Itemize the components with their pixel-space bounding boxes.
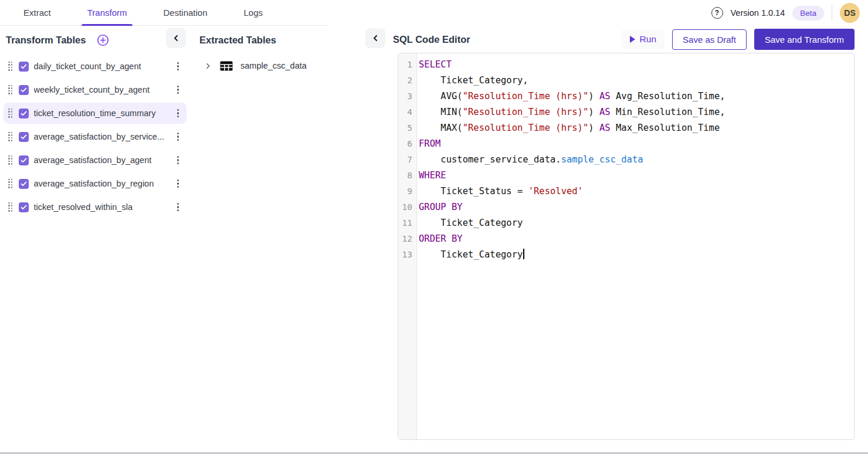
line-number: 2 [398, 73, 416, 89]
line-number: 7 [398, 152, 416, 168]
chevron-left-icon [171, 33, 181, 43]
save-as-draft-button[interactable]: Save as Draft [672, 29, 747, 50]
collapse-extracted-panel-button[interactable] [365, 28, 385, 48]
extracted-tables-panel: Extracted Tables sample_csc_data [194, 26, 388, 454]
code-line: Ticket_Category [419, 247, 854, 263]
tab-bar: ExtractTransformDestinationLogs [0, 0, 328, 26]
chevron-right-icon[interactable] [204, 62, 212, 70]
table-checkbox[interactable] [19, 179, 29, 189]
tab-transform[interactable]: Transform [87, 0, 127, 26]
line-number: 6 [398, 136, 416, 152]
drag-handle-icon[interactable] [8, 179, 13, 189]
transform-tables-header: Transform Tables [0, 28, 189, 52]
code-line: FROM [419, 136, 854, 152]
table-grid-icon [220, 61, 233, 71]
transform-tables-title: Transform Tables [6, 35, 86, 46]
app-window: ExtractTransformDestinationLogs ? Versio… [0, 0, 868, 454]
transform-table-row[interactable]: ticket_resolution_time_summary [4, 103, 187, 124]
extracted-table-row[interactable]: sample_csc_data [194, 55, 388, 76]
top-right-cluster: ? Version 1.0.14 Beta DS [711, 0, 860, 26]
transform-table-row[interactable]: average_satisfaction_by_region [4, 173, 187, 194]
table-name-label: average_satisfaction_by_region [34, 179, 174, 188]
extracted-table-name: sample_csc_data [240, 61, 307, 70]
line-number: 1 [398, 57, 416, 73]
line-number-gutter: 12345678910111213 [398, 53, 417, 439]
drag-handle-icon[interactable] [8, 202, 13, 212]
kebab-menu-icon[interactable] [174, 83, 182, 96]
chevron-left-icon [371, 33, 380, 43]
tab-destination[interactable]: Destination [163, 0, 207, 26]
sql-editor-title: SQL Code Editor [393, 34, 470, 45]
kebab-menu-icon[interactable] [174, 154, 182, 167]
line-number: 10 [398, 199, 416, 215]
table-name-label: daily_ticket_count_by_agent [34, 62, 174, 71]
sql-editor-panel: SQL Code Editor Run Save as Draft Save a… [388, 26, 868, 454]
version-label: Version 1.0.14 [731, 8, 785, 18]
table-name-label: ticket_resolved_within_sla [34, 202, 174, 212]
code-line: customer_service_data.sample_csc_data [419, 152, 854, 168]
add-table-button[interactable] [96, 33, 109, 46]
table-name-label: average_satisfaction_by_agent [34, 155, 174, 165]
drag-handle-icon[interactable] [8, 155, 13, 165]
table-checkbox[interactable] [19, 85, 29, 95]
table-name-label: weekly_ticket_count_by_agent [34, 85, 174, 94]
code-line: ORDER BY [419, 231, 854, 247]
run-button-label: Run [640, 34, 656, 45]
run-button[interactable]: Run [622, 30, 664, 49]
line-number: 9 [398, 184, 416, 199]
save-and-transform-button[interactable]: Save and Transform [754, 29, 855, 50]
plus-circle-icon [97, 34, 109, 46]
code-line: Ticket_Category [419, 215, 854, 231]
text-cursor [523, 249, 524, 259]
top-bar: ExtractTransformDestinationLogs ? Versio… [0, 0, 868, 26]
transform-table-row[interactable]: average_satisfaction_by_agent [4, 150, 187, 171]
code-line: GROUP BY [419, 199, 854, 215]
help-icon[interactable]: ? [711, 7, 723, 19]
sql-editor-header: SQL Code Editor Run Save as Draft Save a… [388, 26, 868, 53]
kebab-menu-icon[interactable] [174, 130, 182, 143]
line-number: 5 [398, 120, 416, 136]
transform-tables-panel: Transform Tables daily_ticket_count_by_a… [0, 26, 189, 454]
line-number: 11 [398, 215, 416, 231]
table-checkbox[interactable] [19, 62, 29, 72]
code-line: Ticket_Status = 'Resolved' [419, 184, 854, 199]
drag-handle-icon[interactable] [8, 132, 13, 142]
avatar[interactable]: DS [840, 3, 860, 23]
table-name-label: ticket_resolution_time_summary [34, 109, 174, 118]
collapse-transform-panel-button[interactable] [166, 28, 186, 48]
extracted-tables-title: Extracted Tables [199, 35, 276, 46]
code-line: MIN("Resolution_Time (hrs)") AS Min_Reso… [419, 104, 854, 120]
table-checkbox[interactable] [19, 109, 29, 118]
kebab-menu-icon[interactable] [174, 60, 182, 73]
drag-handle-icon[interactable] [8, 62, 13, 72]
code-line: MAX("Resolution_Time (hrs)") AS Max_Reso… [419, 120, 854, 136]
line-number: 12 [398, 231, 416, 247]
kebab-menu-icon[interactable] [174, 177, 182, 190]
transform-table-row[interactable]: average_satisfaction_by_service... [4, 126, 187, 147]
code-line: SELECT [419, 57, 854, 73]
divider [832, 5, 832, 21]
editor-actions: Run Save as Draft Save and Transform [622, 29, 855, 50]
kebab-menu-icon[interactable] [174, 107, 182, 120]
drag-handle-icon[interactable] [8, 109, 13, 118]
tab-logs[interactable]: Logs [244, 0, 263, 26]
tab-extract[interactable]: Extract [23, 0, 51, 26]
drag-handle-icon[interactable] [8, 85, 13, 95]
code-line: WHERE [419, 168, 854, 184]
table-checkbox[interactable] [19, 155, 29, 165]
transform-table-row[interactable]: weekly_ticket_count_by_agent [4, 79, 187, 100]
code-line: AVG("Resolution_Time (hrs)") AS Avg_Reso… [419, 89, 854, 104]
table-checkbox[interactable] [19, 132, 29, 142]
play-icon [630, 36, 635, 43]
table-checkbox[interactable] [19, 202, 29, 212]
code-area[interactable]: SELECT Ticket_Category, AVG("Resolution_… [417, 53, 854, 439]
beta-badge: Beta [792, 6, 824, 21]
transform-table-row[interactable]: daily_ticket_count_by_agent [4, 56, 187, 77]
table-name-label: average_satisfaction_by_service... [34, 132, 174, 141]
transform-table-row[interactable]: ticket_resolved_within_sla [4, 196, 187, 218]
line-number: 4 [398, 104, 416, 120]
sql-code-editor: 12345678910111213 SELECT Ticket_Category… [398, 53, 855, 440]
kebab-menu-icon[interactable] [174, 201, 182, 214]
extracted-tables-header: Extracted Tables [194, 28, 388, 52]
line-number: 8 [398, 168, 416, 184]
